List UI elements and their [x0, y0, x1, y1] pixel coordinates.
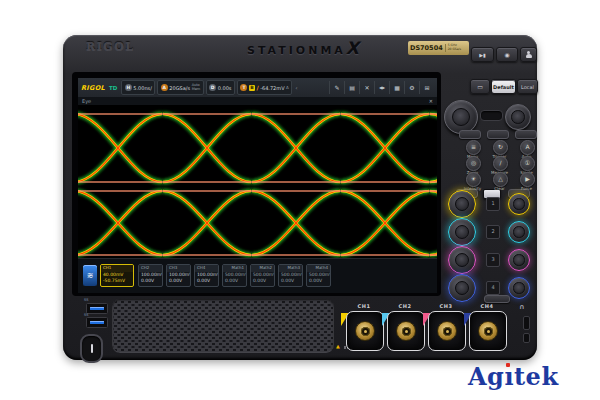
- panel-button-label: Force: [513, 186, 540, 191]
- screen-rigol-logo: RIGOL: [81, 84, 105, 92]
- ch1-enable-button[interactable]: 1: [486, 197, 500, 211]
- xy-icon[interactable]: ✕: [359, 81, 374, 94]
- speaker-grille: [112, 299, 334, 353]
- status-icon[interactable]: ▦: [389, 81, 404, 94]
- gear-icon[interactable]: ⚙: [404, 81, 419, 94]
- ch1-scale-knob[interactable]: [448, 190, 476, 218]
- local-button[interactable]: Local: [517, 79, 538, 94]
- user-button[interactable]: [520, 47, 537, 62]
- tab-eye[interactable]: Eye: [82, 98, 91, 104]
- bnc-label-ch1: CH1: [346, 303, 382, 309]
- usb-port-1: [86, 303, 108, 314]
- bnc-connector-ch2: [396, 321, 416, 341]
- panel-button-label: Clear: [486, 186, 513, 191]
- stationmax-logo: STATIONMAX: [228, 38, 378, 58]
- trigger-level-value: -64.72mV: [260, 85, 284, 91]
- ch3-scale-knob[interactable]: [448, 246, 476, 274]
- headphone-icon: ∩: [519, 303, 525, 311]
- channel-card-math4[interactable]: Math4500.00mV0.00V: [306, 264, 331, 287]
- trigger-control[interactable]: T B / -64.72mV A: [237, 80, 292, 95]
- display-mode-button[interactable]: ▭: [470, 79, 490, 94]
- ch1-offset-knob[interactable]: [508, 193, 530, 215]
- channel-card-ch1[interactable]: CH140.00mV-50.75mV: [100, 264, 134, 287]
- eye-diagram: [78, 105, 437, 258]
- t-icon: T: [240, 84, 247, 91]
- multipurpose-knob-a[interactable]: [444, 100, 478, 134]
- acq-mode-line2: Mem: [192, 88, 201, 92]
- model-badge: DS70504 5 GHz 20 GSa/s: [408, 41, 469, 55]
- navigate-rocker[interactable]: [480, 110, 503, 121]
- aux-button-3[interactable]: [515, 130, 537, 139]
- model-number: DS70504: [410, 44, 443, 52]
- ch2-offset-knob[interactable]: [508, 221, 530, 243]
- channel-card-ch2[interactable]: CH2100.00mV0.00V: [138, 264, 163, 287]
- play-pause-icon: ▶▮: [479, 52, 486, 58]
- ch4-enable-button[interactable]: 4: [486, 281, 500, 295]
- samplerate-spec: 20 GSa/s: [448, 48, 461, 52]
- close-icon[interactable]: ✕: [429, 98, 433, 104]
- stationmax-x: X: [346, 38, 359, 58]
- arrows-icon[interactable]: ◀▶: [374, 81, 389, 94]
- channel-statusbar: ≋ CH140.00mV-50.75mVCH2100.00mV0.00VCH31…: [78, 258, 437, 293]
- power-button[interactable]: [80, 334, 103, 363]
- bnc-label-ch4: CH4: [469, 303, 505, 309]
- h-icon: H: [125, 84, 132, 91]
- trigger-mode: A: [286, 85, 289, 90]
- touch-icon: ◉: [504, 51, 509, 58]
- bnc-label-ch2: CH2: [387, 303, 423, 309]
- ch4-offset-knob[interactable]: [508, 277, 530, 299]
- ch3-enable-button[interactable]: 3: [486, 253, 500, 267]
- multipurpose-knob-b[interactable]: [505, 104, 531, 130]
- agitek-text-post: tek: [514, 362, 558, 391]
- delay-value: 0.00s: [218, 85, 232, 91]
- channel-card-math2[interactable]: Math2500.00mV0.00V: [250, 264, 275, 287]
- channel-card-ch3[interactable]: CH3100.00mV0.00V: [166, 264, 191, 287]
- stationmax-text: STATIONMA: [247, 44, 346, 57]
- usb3-label-2: SS: [84, 313, 88, 317]
- waveform-display[interactable]: [78, 105, 437, 258]
- channel-card-math3[interactable]: Math3500.00mV0.00V: [278, 264, 303, 287]
- rigol-bezel-logo: RIGOL: [86, 40, 135, 53]
- usb3-label-1: SS: [84, 298, 88, 302]
- touch-lock-button[interactable]: ◉: [496, 47, 518, 62]
- agitek-i: ı: [504, 362, 514, 391]
- agitek-red-dot: [506, 363, 510, 367]
- ch3-offset-knob[interactable]: [508, 249, 530, 271]
- default-button[interactable]: Default: [491, 79, 516, 94]
- bottom-pill-button[interactable]: [484, 295, 510, 303]
- ch4-scale-knob[interactable]: [448, 274, 476, 302]
- result-tabbar: Eye ✕: [78, 97, 437, 105]
- delay-control[interactable]: D 0.00s: [206, 80, 235, 95]
- agitek-text-pre: Ag: [468, 362, 504, 391]
- ch2-enable-button[interactable]: 2: [486, 225, 500, 239]
- bnc-label-ch3: CH3: [428, 303, 464, 309]
- ch2-scale-knob[interactable]: [448, 218, 476, 246]
- grid-icon[interactable]: ⊞: [419, 81, 434, 94]
- a-icon: A: [161, 84, 168, 91]
- trigger-source-badge: B: [249, 85, 255, 91]
- run-stop-button[interactable]: ▶▮: [471, 47, 494, 62]
- menubar-icon-group: ✎▤✕◀▶▦⚙⊞: [329, 81, 434, 94]
- horizontal-scale-control[interactable]: H 5.00ns/: [121, 80, 155, 95]
- scope-menubar: RIGOL TD H 5.00ns/ A 20GSa/s Auto Mem D …: [78, 78, 437, 97]
- scene: RIGOL STATIONMAX DS70504 5 GHz 20 GSa/s …: [0, 0, 600, 400]
- aux-button-2[interactable]: [487, 130, 509, 139]
- bnc-connector-ch3: [437, 321, 457, 341]
- nav-icon[interactable]: ≋: [83, 265, 97, 286]
- channel-card-math1[interactable]: Math1500.00mV0.00V: [222, 264, 247, 287]
- warning-icon: ▲: [336, 344, 340, 349]
- bnc-connector-ch1: [355, 321, 375, 341]
- power-icon: [91, 344, 93, 353]
- bnc-connector-ch4: [478, 321, 498, 341]
- h-scale-value: 5.00ns/: [133, 85, 152, 91]
- list-icon[interactable]: ▤: [344, 81, 359, 94]
- acquisition-control[interactable]: A 20GSa/s Auto Mem: [157, 80, 203, 95]
- model-specs: 5 GHz 20 GSa/s: [445, 44, 461, 51]
- channel-card-ch4[interactable]: CH4100.00mV0.00V: [194, 264, 219, 287]
- usb-port-2: [86, 317, 108, 328]
- stylus-icon[interactable]: ✎: [329, 81, 344, 94]
- collapse-icon[interactable]: ‹: [295, 84, 297, 91]
- slope-icon: /: [256, 84, 258, 91]
- aux-button-1[interactable]: [459, 130, 481, 139]
- display-icon: ▭: [477, 83, 483, 90]
